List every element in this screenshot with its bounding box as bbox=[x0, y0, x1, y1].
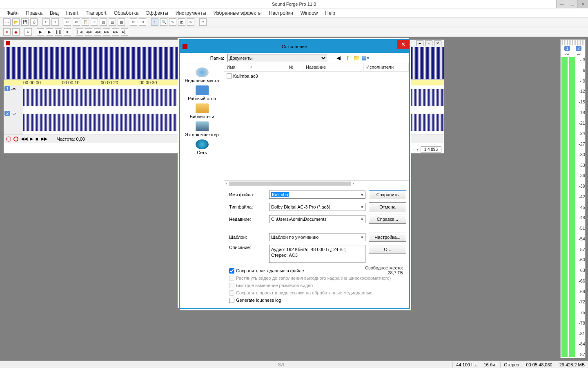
pencil-icon[interactable]: ✎ bbox=[169, 18, 176, 26]
event-icon[interactable]: ◩ bbox=[178, 18, 185, 26]
saveall-icon[interactable]: ⎙ bbox=[30, 18, 38, 26]
viewmenu-icon[interactable]: ▦▾ bbox=[362, 55, 369, 61]
goprev-icon[interactable]: ◀◀ bbox=[85, 28, 92, 36]
gonext-icon[interactable]: ▶▶ bbox=[112, 28, 119, 36]
filetype-select[interactable]: Dolby Digital AC-3 Pro (*.ac3) bbox=[269, 203, 365, 211]
trim2-icon[interactable]: ▥ bbox=[109, 18, 116, 26]
recent-select[interactable]: C:\Users\Admin\Documents bbox=[269, 215, 365, 223]
menu-insert[interactable]: Insert bbox=[63, 9, 82, 17]
aw-close-icon[interactable]: ✕ bbox=[434, 40, 441, 46]
mix-icon[interactable]: ⌗ bbox=[91, 18, 98, 26]
trim3-icon[interactable]: ▦ bbox=[118, 18, 125, 26]
new-icon[interactable]: ▭ bbox=[3, 18, 11, 26]
menu-process[interactable]: Обработка bbox=[111, 9, 142, 17]
about-button[interactable]: О... bbox=[369, 245, 406, 254]
play-icon[interactable]: ▶ bbox=[37, 28, 44, 36]
dialog-title: Сохранение bbox=[282, 44, 307, 49]
rec-dot-icon[interactable] bbox=[6, 137, 11, 141]
minimize-button[interactable]: — bbox=[556, 0, 567, 8]
menu-effects[interactable]: Эффекты bbox=[143, 9, 172, 17]
rew-icon[interactable]: ◀◀ bbox=[94, 28, 101, 36]
newfolder-icon[interactable]: 📁 bbox=[353, 55, 360, 61]
up-icon[interactable]: ⬆ bbox=[344, 55, 351, 61]
col-num[interactable]: № bbox=[286, 63, 303, 71]
transport-toolbar: ● ◉ ↻ ▶ ▶ ❚❚ ■ ▎◀ ◀◀ ◀◀ ▶▶ ▶▶ ▶▎ bbox=[0, 27, 588, 37]
customize-button[interactable]: Настройка... bbox=[369, 233, 406, 242]
arm-record-icon[interactable]: ◉ bbox=[12, 28, 20, 36]
save-icon[interactable]: 💾 bbox=[21, 18, 29, 26]
menu-favfx[interactable]: Избранные эффекты bbox=[210, 9, 265, 17]
rec-ring-icon[interactable] bbox=[13, 137, 18, 141]
checkbox-0[interactable] bbox=[229, 268, 234, 274]
checkbox-label: Сохранить метаданные в файле bbox=[236, 268, 304, 273]
place-recent[interactable]: Недавние места bbox=[184, 67, 220, 84]
env-icon[interactable]: ∿ bbox=[187, 18, 194, 26]
checkbox-label: Generate loudness log bbox=[236, 298, 281, 303]
menu-options[interactable]: Настройки bbox=[266, 9, 296, 17]
pause-icon[interactable]: ❚❚ bbox=[55, 28, 62, 36]
help-icon[interactable]: ? bbox=[199, 18, 207, 26]
menu-help[interactable]: Help bbox=[322, 9, 339, 17]
main-toolbar: ▭ 📂 💾 ⎙ ↶ ↷ ✂ ⧉ 📋 ⌗ ▤ ▥ ▦ ⟳ ⟲ ↕ 🔍 ✎ ◩ ∿ … bbox=[0, 17, 588, 27]
repeat2-icon[interactable]: ⟲ bbox=[139, 18, 146, 26]
aw-maximize-icon[interactable]: ▫ bbox=[425, 40, 432, 46]
zoom-tool-icon[interactable]: 🔍 bbox=[160, 18, 167, 26]
checkbox-row-2: Быстрое изменение размеров видео bbox=[229, 282, 404, 289]
dialog-close-button[interactable]: ✕ bbox=[397, 40, 409, 49]
col-name[interactable]: Имя bbox=[224, 63, 286, 71]
checkbox-1 bbox=[229, 276, 234, 281]
maximize-button[interactable]: ▭ bbox=[567, 0, 577, 8]
checkbox-4[interactable] bbox=[229, 298, 234, 303]
edit-tool-icon[interactable]: ↕ bbox=[151, 18, 158, 26]
goend-icon[interactable]: ▶▎ bbox=[121, 28, 128, 36]
menu-file[interactable]: Файл bbox=[3, 9, 22, 17]
menu-edit[interactable]: Правка bbox=[23, 9, 46, 17]
horizontal-scrollbar[interactable]: ‹› bbox=[224, 180, 409, 186]
col-title[interactable]: Название bbox=[303, 63, 364, 71]
lookin-select[interactable]: Документы bbox=[227, 54, 327, 62]
col-artist[interactable]: Исполнители bbox=[364, 63, 409, 71]
zoom-fit-icon[interactable]: ↕ bbox=[416, 147, 419, 152]
loop-icon[interactable]: ↻ bbox=[24, 28, 32, 36]
zoom-out-icon[interactable]: − bbox=[412, 147, 415, 152]
help-button[interactable]: Справка... bbox=[369, 215, 406, 224]
stop2-icon[interactable]: ■ bbox=[36, 137, 38, 141]
menu-view[interactable]: Вид bbox=[47, 9, 62, 17]
cut-icon[interactable]: ✂ bbox=[64, 18, 71, 26]
back-icon[interactable]: ◀ bbox=[335, 55, 342, 61]
stop-icon[interactable]: ■ bbox=[64, 28, 71, 36]
checkbox-row-4[interactable]: Generate loudness log bbox=[229, 296, 404, 304]
prev-icon[interactable]: ◀◀ bbox=[21, 136, 27, 141]
copy-icon[interactable]: ⧉ bbox=[73, 18, 80, 26]
gostart-icon[interactable]: ▎◀ bbox=[76, 28, 83, 36]
repeat-icon[interactable]: ⟳ bbox=[130, 18, 137, 26]
meter-grip[interactable] bbox=[561, 40, 585, 45]
template-select[interactable]: Шаблон по умолчанию bbox=[269, 233, 365, 241]
fwd-icon[interactable]: ▶▶ bbox=[103, 28, 110, 36]
redo-icon[interactable]: ↷ bbox=[51, 18, 59, 26]
dialog-titlebar[interactable]: Сохранение ✕ bbox=[180, 40, 409, 53]
place-lib[interactable]: Библиотеки bbox=[184, 103, 220, 120]
cancel-button[interactable]: Отмена bbox=[369, 202, 406, 211]
undo-icon[interactable]: ↶ bbox=[42, 18, 50, 26]
open-icon[interactable]: 📂 bbox=[12, 18, 20, 26]
menu-window[interactable]: Window bbox=[297, 9, 321, 17]
zoom-ratio[interactable]: 1:4 096 bbox=[421, 146, 441, 153]
close-button[interactable]: ✕ bbox=[577, 0, 588, 8]
menu-transport[interactable]: Transport bbox=[82, 9, 110, 17]
record-icon[interactable]: ● bbox=[3, 28, 11, 36]
trim-icon[interactable]: ▤ bbox=[100, 18, 107, 26]
file-item[interactable]: Kalimba.ac3 bbox=[227, 73, 406, 79]
next-icon[interactable]: ▶▶ bbox=[41, 136, 47, 141]
menu-tools[interactable]: Инструменты bbox=[172, 9, 209, 17]
place-desktop[interactable]: Рабочий стол bbox=[184, 85, 220, 102]
filename-input[interactable]: Kalimba bbox=[269, 191, 365, 199]
aw-minimize-icon[interactable]: ‒ bbox=[416, 40, 423, 46]
save-button[interactable]: Сохранить bbox=[369, 190, 406, 199]
place-pc[interactable]: Этот компьютер bbox=[184, 121, 220, 138]
playall-icon[interactable]: ▶ bbox=[46, 28, 53, 36]
paste-icon[interactable]: 📋 bbox=[82, 18, 89, 26]
play2-icon[interactable]: ▶ bbox=[30, 136, 33, 141]
place-net[interactable]: Сеть bbox=[184, 139, 220, 156]
file-list[interactable]: Имя № Название Исполнители Kalimba.ac3 ‹… bbox=[224, 63, 409, 186]
